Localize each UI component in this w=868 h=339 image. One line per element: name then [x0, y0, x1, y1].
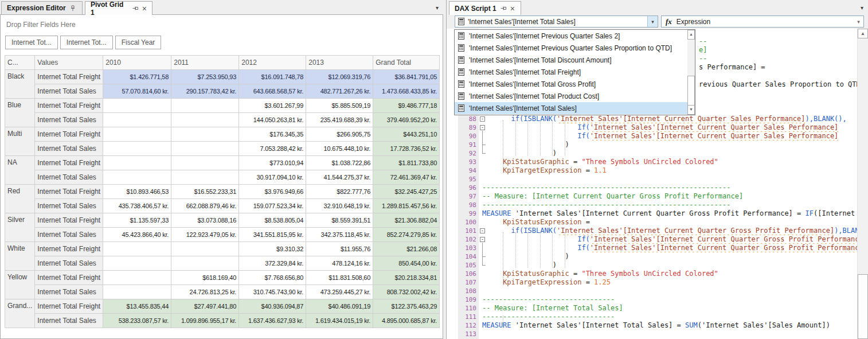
tab-pivot-grid-1[interactable]: Pivot Grid 1 × — [85, 1, 153, 15]
measure-selector-combobox[interactable]: 'Internet Sales'[Internet Total Sales] ▾ — [455, 15, 658, 28]
tab-dax-script-1[interactable]: DAX Script 1 × — [449, 1, 521, 15]
pivot-cell[interactable]: $40.936.094,87 — [239, 299, 306, 314]
pivot-cell[interactable] — [103, 156, 171, 170]
pivot-column-header[interactable]: 2013 — [306, 56, 373, 70]
pivot-cell[interactable]: 342.375.118,45 kr. — [306, 228, 373, 242]
code-line[interactable]: 97-- Measure: [Internet Current Quarter … — [447, 192, 858, 201]
tab-list-chevron-down-icon[interactable]: ▾ — [861, 5, 863, 11]
pivot-cell[interactable]: 4.895.000.685,87 kr. — [373, 314, 440, 328]
pivot-cell[interactable]: 372.329,84 kr. — [239, 256, 306, 271]
pivot-measure-label[interactable]: Internet Total Freight — [35, 70, 103, 84]
pivot-cell[interactable]: $1.038.722,86 — [306, 156, 373, 170]
pivot-cell[interactable]: $12.069.319,76 — [306, 70, 373, 84]
pivot-cell[interactable]: 852.274.279,85 kr. — [373, 228, 440, 242]
code-fold-box[interactable]: - — [480, 116, 485, 122]
pivot-cell[interactable]: 122.923.479,05 kr. — [171, 228, 239, 242]
pivot-cell[interactable] — [103, 242, 171, 256]
pivot-measure-label[interactable]: Internet Total Sales — [35, 142, 103, 156]
code-line[interactable]: 112MEASURE 'Internet Sales'[Internet Tot… — [447, 321, 858, 330]
code-line[interactable]: 103 If('Internet Sales'[Internet Current… — [447, 244, 858, 252]
measure-dropdown-item[interactable]: 'Internet Sales'[Internet Total Sales] — [455, 102, 688, 114]
code-fragment[interactable]: -- — [699, 37, 707, 46]
pivot-cell[interactable]: $443.251,10 — [373, 127, 440, 142]
pivot-row-header[interactable]: NA — [5, 156, 35, 185]
pivot-cell[interactable]: 144.050.263,81 kr. — [239, 113, 306, 127]
code-line[interactable]: 90 If('Internet Sales'[Internet Current … — [447, 132, 858, 141]
pivot-cell[interactable] — [103, 271, 171, 285]
code-line[interactable]: 111-------------------------------- — [447, 313, 858, 321]
pivot-measure-label[interactable]: Internet Total Freight — [35, 213, 103, 228]
pivot-cell[interactable]: 1.289.815.457,56 kr. — [373, 199, 440, 213]
pivot-cell[interactable]: $32.245.427,25 — [373, 185, 440, 199]
pivot-cell[interactable]: 72.461.369,47 kr. — [373, 170, 440, 185]
code-line[interactable]: 99MEASURE 'Internet Sales'[Internet Curr… — [447, 209, 858, 218]
code-fold-box[interactable]: - — [480, 237, 485, 242]
pivot-measure-label[interactable]: Internet Total Freight — [35, 271, 103, 285]
measure-dropdown-item[interactable]: 'Internet Sales'[Internet Previous Quart… — [455, 42, 688, 54]
measure-dropdown-item[interactable]: 'Internet Sales'[Internet Total Freight] — [455, 66, 688, 78]
pivot-cell[interactable]: 473.259.445,27 kr. — [306, 285, 373, 299]
filter-field-button[interactable]: Internet Tot... — [60, 36, 113, 49]
pivot-cell[interactable] — [171, 242, 239, 256]
pivot-cell[interactable]: 850.454,00 kr. — [373, 256, 440, 271]
code-line[interactable]: 104 ) — [447, 252, 858, 261]
pivot-measure-label[interactable]: Internet Total Sales — [35, 113, 103, 127]
code-line[interactable]: 94 KpiTargetExpression = 1.1 — [447, 166, 858, 175]
expression-combobox[interactable]: fx Expression ▾ — [661, 15, 864, 28]
code-line[interactable]: 100 KpiStatusExpression = — [447, 218, 858, 227]
editor-scrollbar-thumb[interactable] — [858, 274, 868, 339]
pivot-cell[interactable] — [103, 285, 171, 299]
code-fold-box[interactable]: - — [480, 228, 485, 233]
pivot-cell[interactable]: 32.910.648,19 kr. — [306, 199, 373, 213]
pivot-row-header[interactable]: Red — [5, 185, 35, 213]
pivot-column-header[interactable]: 2011 — [171, 56, 239, 70]
pivot-cell[interactable]: $11.955,76 — [306, 242, 373, 256]
pivot-cell[interactable]: $1.426.771,58 — [103, 70, 171, 84]
pivot-cell[interactable]: 159.077.523,34 kr. — [239, 199, 306, 213]
pivot-measure-label[interactable]: Internet Total Sales — [35, 256, 103, 271]
pivot-cell[interactable]: $266.905,75 — [306, 127, 373, 142]
measure-selector-dropdown-button[interactable]: ▾ — [647, 16, 658, 27]
code-fold-box[interactable]: - — [480, 125, 485, 130]
pivot-cell[interactable]: 1.637.436.627,93 kr. — [239, 314, 306, 328]
pivot-cell[interactable]: $773.010,94 — [239, 156, 306, 170]
pivot-cell[interactable]: $8.559.391,51 — [306, 213, 373, 228]
pivot-cell[interactable]: $9.486.777,18 — [373, 99, 440, 113]
pivot-cell[interactable]: 1.619.434.015,19 kr. — [306, 314, 373, 328]
pivot-cell[interactable] — [103, 170, 171, 185]
pivot-cell[interactable]: $618.169,40 — [171, 271, 239, 285]
pin-icon[interactable] — [500, 6, 506, 11]
scroll-down-arrow-icon[interactable]: ▼ — [687, 105, 695, 115]
pivot-cell[interactable]: $11.831.508,60 — [306, 271, 373, 285]
close-icon[interactable]: × — [142, 5, 147, 12]
code-line[interactable]: 101 if(ISBLANK('Internet Sales'[Internet… — [447, 227, 858, 235]
pivot-measure-label[interactable]: Internet Total Sales — [35, 228, 103, 242]
code-line[interactable]: 108 — [447, 287, 858, 295]
pivot-cell[interactable]: $122.375.463,29 — [373, 299, 440, 314]
code-line[interactable]: 113 — [447, 330, 858, 338]
tab-list-chevron-down-icon[interactable]: ▾ — [436, 5, 439, 11]
scroll-up-arrow-icon[interactable]: ▲ — [858, 29, 868, 38]
pivot-cell[interactable]: $7.768.656,80 — [239, 271, 306, 285]
code-line[interactable]: 88 if(ISBLANK('Internet Sales'[Internet … — [447, 115, 858, 123]
pivot-cell[interactable] — [171, 99, 239, 113]
pivot-row-header[interactable]: Silver — [5, 213, 35, 242]
pivot-cell[interactable]: $13.455.835,44 — [103, 299, 171, 314]
pivot-measure-label[interactable]: Internet Total Freight — [35, 185, 103, 199]
pivot-cell[interactable] — [103, 99, 171, 113]
filter-field-button[interactable]: Internet Tot... — [5, 36, 58, 49]
code-line[interactable]: 107 KpiTargetExpression = 1.25 — [447, 278, 858, 287]
pivot-cell[interactable]: 290.157.783,42 kr. — [171, 84, 239, 99]
code-line[interactable]: 96--------------------------------------… — [447, 184, 858, 192]
pivot-measure-label[interactable]: Internet Total Freight — [35, 99, 103, 113]
code-line[interactable]: 102 If('Internet Sales'[Internet Current… — [447, 235, 858, 244]
pivot-cell[interactable]: $20.218.334,81 — [373, 271, 440, 285]
pivot-cell[interactable]: 41.544.275,37 kr. — [306, 170, 373, 185]
pivot-cell[interactable]: $10.893.466,53 — [103, 185, 171, 199]
pivot-cell[interactable]: $9.310,32 — [239, 242, 306, 256]
code-line[interactable]: 91 ) — [447, 141, 858, 149]
pivot-cell[interactable] — [103, 113, 171, 127]
pivot-cell[interactable]: $16.552.233,31 — [171, 185, 239, 199]
pivot-column-header[interactable]: 2010 — [103, 56, 171, 70]
code-line[interactable]: 98--------------------------------------… — [447, 201, 858, 209]
